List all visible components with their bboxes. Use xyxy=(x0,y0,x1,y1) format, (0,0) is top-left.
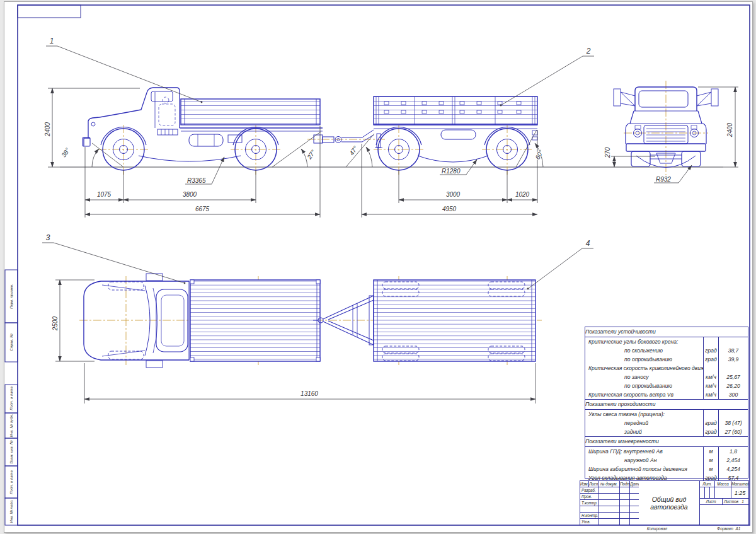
tb-utv: Утв. xyxy=(580,519,598,525)
table-row: Ширина габаритной полосы движениям4,254 xyxy=(585,465,748,473)
drawing-title: Общий вид автопоезда xyxy=(639,481,700,525)
svg-text:2: 2 xyxy=(586,47,591,55)
margin-label-inv-podl: Инв. № подл. xyxy=(9,499,13,523)
dim-angle-drawbar: 47° xyxy=(346,134,374,167)
dim-trailer-length: 4950 xyxy=(362,206,537,214)
footer-format: Формат А1 xyxy=(717,526,740,531)
table-row: Углы свеса тягача (прицепа): xyxy=(585,410,748,419)
dim-total-length: 13160 xyxy=(84,363,536,403)
tb-ndokum: № докум. xyxy=(598,481,620,487)
tb-podp: Подп. xyxy=(620,481,630,487)
tb-list: Лист xyxy=(589,481,598,487)
side-view xyxy=(60,88,723,177)
dim-width: 2500 xyxy=(52,280,94,361)
svg-text:60°: 60° xyxy=(534,149,545,161)
top-view xyxy=(79,274,542,368)
truck-side-view xyxy=(83,88,374,170)
margin-label-vzam-inv: Взам. инв. № xyxy=(9,440,13,464)
callout-3: 3 xyxy=(42,233,185,284)
table-section-header: Показатели маневренности xyxy=(585,436,748,447)
table-section-header: Показатели проходимости xyxy=(585,399,748,410)
dim-truck-length: 6675 xyxy=(85,206,320,214)
margin-label-inv-dubl: Инв. № дубл. xyxy=(9,414,13,438)
svg-text:4: 4 xyxy=(586,239,590,248)
callout-2: 2 xyxy=(500,47,594,106)
trailer-top-view xyxy=(313,280,536,361)
svg-text:1: 1 xyxy=(50,37,54,45)
table-row: заднийград27 (60) xyxy=(585,427,748,436)
tb-data: Дата xyxy=(630,481,639,487)
svg-text:3: 3 xyxy=(46,233,50,242)
svg-text:R1280: R1280 xyxy=(442,168,461,175)
trailer-side-view xyxy=(374,96,537,170)
svg-text:1075: 1075 xyxy=(97,191,112,198)
dim-wheelbase: 3800 xyxy=(123,191,256,200)
title-block: Изм. Лист № докум. Подп. Дата Разраб. Пр… xyxy=(580,480,749,525)
callout-1: 1 xyxy=(46,37,202,103)
dim-truck-height: 2400 xyxy=(44,88,140,167)
tb-massa: Масса xyxy=(715,481,731,487)
table-row: переднийград38 (47) xyxy=(585,419,748,427)
front-view xyxy=(614,81,718,175)
tb-lit: Лит. xyxy=(700,481,715,487)
svg-text:13160: 13160 xyxy=(301,390,318,397)
table-row: Критическая скорость криволинейного движ… xyxy=(585,364,748,373)
svg-text:R3365: R3365 xyxy=(187,177,206,184)
dim-angle-front: 38° xyxy=(60,143,123,167)
margin-label-sprav-no: Справ. № xyxy=(9,334,13,351)
svg-text:3000: 3000 xyxy=(446,191,461,198)
dim-trailer-rear-overhang: 1020 xyxy=(507,191,537,200)
tb-izm: Изм. xyxy=(580,481,589,487)
tb-scale-value: 1:25 xyxy=(731,487,748,499)
right-mirror xyxy=(697,89,718,106)
table-row: по опрокидываниюград39,9 xyxy=(585,355,748,364)
table-row: наружной Анм2,454 xyxy=(585,456,748,465)
table-row: по заносукм/ч25,67 xyxy=(585,373,748,381)
table-row: по скольжениюград38,7 xyxy=(585,346,748,355)
svg-text:R932: R932 xyxy=(656,176,671,183)
wheel-centerlines xyxy=(98,125,532,177)
svg-text:1020: 1020 xyxy=(515,191,530,198)
callout-4: 4 xyxy=(527,239,593,289)
margin-label-perv-primen: Перв. примен. xyxy=(9,284,13,309)
callouts: 1 2 3 4 xyxy=(42,37,594,289)
svg-text:38°: 38° xyxy=(60,147,71,159)
truck-top-view xyxy=(84,274,320,368)
margin-label-podp-data-2: Подп. и дата xyxy=(9,470,13,494)
table-row: Критическая скорость ветра Vвкм/ч300 xyxy=(585,390,748,399)
table-row: по опрокидываниюкм/ч26,20 xyxy=(585,381,748,390)
footer-kopiroval: Копировал xyxy=(638,526,677,531)
left-mirror xyxy=(614,89,635,106)
tb-listov: Листов 1 xyxy=(723,499,748,505)
margin-label-podp-data-1: Подп. и дата xyxy=(9,386,13,410)
tb-nkontr: Н.контр. xyxy=(580,513,598,519)
table-row: Критические углы бокового крена: xyxy=(585,337,748,346)
dim-r-front: R932 xyxy=(654,165,692,183)
tb-list-label: Лист xyxy=(700,499,723,505)
tb-razrab: Разраб. xyxy=(580,487,598,494)
tb-tkontr: Т.контр. xyxy=(580,500,598,506)
tb-masshtab: Масштаб xyxy=(731,481,748,487)
svg-text:47°: 47° xyxy=(348,145,359,157)
tb-blank-row xyxy=(580,506,598,513)
svg-text:3800: 3800 xyxy=(183,191,197,198)
svg-text:270: 270 xyxy=(604,147,611,158)
spec-table: Показатели устойчивости Критические углы… xyxy=(585,327,748,479)
svg-text:2500: 2500 xyxy=(52,316,59,331)
svg-text:6675: 6675 xyxy=(195,206,210,212)
svg-text:4950: 4950 xyxy=(442,206,457,212)
table-row: Ширина ГПД: внутренней Авм1,8 xyxy=(585,447,748,456)
dim-clearance: 270 xyxy=(604,147,655,167)
tb-prov: Пров. xyxy=(580,494,598,500)
drawing-sheet: Перв. примен. Справ. № Подп. и дата Инв.… xyxy=(0,0,756,534)
svg-text:2400: 2400 xyxy=(44,122,51,137)
svg-text:2400: 2400 xyxy=(726,122,733,137)
table-section-header: Показатели устойчивости xyxy=(585,327,748,337)
svg-text:27°: 27° xyxy=(306,149,317,161)
dim-angle-trailer-rear: 60° xyxy=(516,130,544,167)
